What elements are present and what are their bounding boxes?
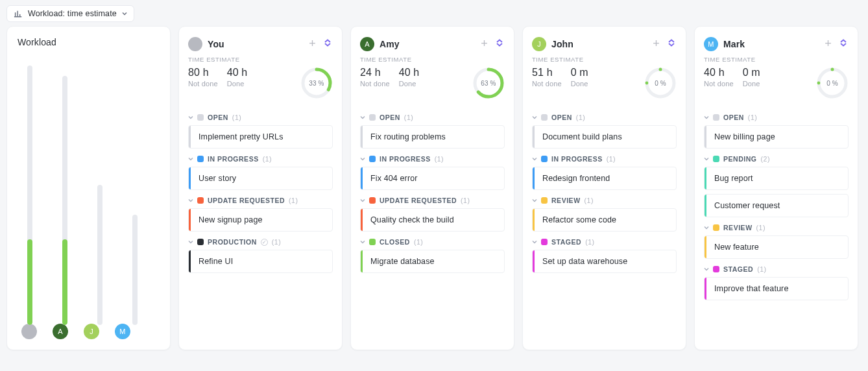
progress-donut: 63 % [472, 67, 505, 99]
chevron-down-icon [188, 115, 193, 120]
task-title: Implement pretty URLs [191, 126, 291, 147]
status-color-icon [369, 114, 376, 121]
status-name: STAGED [551, 238, 581, 246]
status-count: (1) [756, 224, 766, 232]
task-card[interactable]: Redesign frontend [532, 167, 677, 190]
status-count: (1) [289, 197, 298, 204]
task-card[interactable]: Document build plans [532, 125, 677, 149]
user-lane: MMark+TIME ESTIMATE40 hNot done0 mDone0 … [694, 26, 858, 350]
collapse-lane-icon[interactable] [322, 38, 333, 50]
add-task-icon[interactable]: + [307, 36, 317, 52]
chevron-down-icon [704, 267, 709, 272]
status-group-header[interactable]: REVIEW(1) [704, 221, 849, 235]
status-group-header[interactable]: OPEN(1) [360, 111, 505, 125]
collapse-lane-icon[interactable] [494, 38, 505, 50]
workload-bar[interactable] [90, 59, 110, 325]
workload-avatar[interactable] [21, 324, 37, 339]
lane-avatar[interactable]: M [704, 37, 718, 51]
chevron-down-icon [532, 198, 537, 203]
status-group-header[interactable]: OPEN(1) [704, 111, 849, 125]
workload-filter-pill[interactable]: Workload: time estimate [6, 5, 134, 22]
chevron-down-icon [704, 156, 709, 162]
task-card[interactable]: Customer request [704, 194, 849, 217]
chevron-down-icon [704, 225, 709, 230]
bars-icon [14, 9, 23, 18]
status-group-header[interactable]: OPEN(1) [532, 111, 677, 125]
workload-avatar[interactable]: M [115, 324, 130, 339]
status-group-header[interactable]: UPDATE REQUESTED(1) [188, 194, 333, 208]
task-title: Improve that feature [706, 278, 796, 299]
add-task-icon[interactable]: + [479, 36, 489, 52]
progress-pct: 0 % [816, 67, 849, 99]
task-card[interactable]: Quality check the build [360, 208, 505, 232]
task-card[interactable]: Refactor some code [532, 208, 677, 232]
task-card[interactable]: New signup page [188, 208, 333, 232]
status-count: (1) [585, 197, 594, 204]
task-card[interactable]: Bug report [704, 167, 849, 190]
task-card[interactable]: New billing page [704, 125, 849, 149]
status-count: (1) [404, 114, 413, 121]
lane-username: You [208, 39, 302, 49]
status-name: IN PROGRESS [380, 155, 431, 163]
progress-donut: 33 % [300, 67, 333, 99]
status-group-header[interactable]: IN PROGRESS(1) [188, 152, 333, 167]
status-group-header[interactable]: IN PROGRESS(1) [360, 152, 505, 167]
task-card[interactable]: Fix routing problems [360, 125, 505, 149]
lane-avatar[interactable]: J [532, 37, 546, 51]
lane-username: John [551, 39, 646, 49]
workload-avatar[interactable]: J [84, 324, 99, 339]
task-title: Refactor some code [535, 209, 624, 230]
task-card[interactable]: Implement pretty URLs [188, 125, 333, 149]
task-card[interactable]: Migrate database [360, 250, 505, 273]
lane-avatar[interactable] [188, 37, 202, 51]
lane-avatar[interactable]: A [360, 37, 374, 51]
status-name: UPDATE REQUESTED [208, 197, 285, 204]
done-label: Done [743, 80, 760, 88]
status-group-header[interactable]: OPEN(1) [188, 111, 333, 125]
task-card[interactable]: Improve that feature [704, 277, 849, 300]
chevron-down-icon [188, 198, 193, 203]
status-name: OPEN [551, 114, 572, 121]
task-card[interactable]: New feature [704, 235, 849, 259]
done-label: Done [227, 80, 248, 88]
task-card[interactable]: Fix 404 error [360, 167, 505, 190]
status-group-header[interactable]: CLOSED(1) [360, 235, 505, 250]
status-count: (1) [576, 114, 585, 121]
workload-bar[interactable] [55, 59, 75, 325]
collapse-lane-icon[interactable] [666, 38, 677, 50]
user-lane: JJohn+TIME ESTIMATE51 hNot done0 mDone0 … [522, 26, 686, 350]
time-estimate-label: TIME ESTIMATE [360, 56, 505, 63]
status-name: UPDATE REQUESTED [380, 197, 457, 204]
chevron-down-icon [360, 239, 365, 245]
workload-avatar[interactable]: A [53, 324, 68, 339]
task-title: Redesign frontend [535, 168, 618, 189]
status-color-icon [197, 197, 204, 204]
workload-bars [18, 59, 160, 325]
status-group-header[interactable]: PENDING(2) [704, 152, 849, 167]
status-group-header[interactable]: PRODUCTION✓(1) [188, 235, 333, 250]
not-done-label: Not done [704, 80, 734, 88]
add-task-icon[interactable]: + [651, 36, 661, 52]
workload-bar[interactable] [125, 59, 145, 325]
workload-bar[interactable] [20, 59, 40, 325]
task-card[interactable]: Set up data warehouse [532, 250, 677, 273]
status-color-icon [541, 197, 548, 204]
task-card[interactable]: Refine UI [188, 250, 333, 273]
status-group-header[interactable]: STAGED(1) [704, 263, 849, 277]
chevron-down-icon [188, 239, 193, 245]
not-done-label: Not done [360, 80, 390, 88]
status-group-header[interactable]: UPDATE REQUESTED(1) [360, 194, 505, 208]
status-group-header[interactable]: IN PROGRESS(1) [532, 152, 677, 167]
task-title: Fix 404 error [363, 168, 426, 189]
status-group-header[interactable]: STAGED(1) [532, 235, 677, 250]
chevron-down-icon [188, 156, 193, 162]
done-value: 0 m [571, 67, 588, 78]
status-group-header[interactable]: REVIEW(1) [532, 194, 677, 208]
not-done-label: Not done [188, 80, 218, 88]
task-card[interactable]: User story [188, 167, 333, 190]
add-task-icon[interactable]: + [823, 36, 833, 52]
chevron-down-icon [532, 239, 537, 245]
status-color-icon [197, 114, 204, 121]
collapse-lane-icon[interactable] [838, 38, 849, 50]
status-count: (1) [748, 114, 757, 121]
